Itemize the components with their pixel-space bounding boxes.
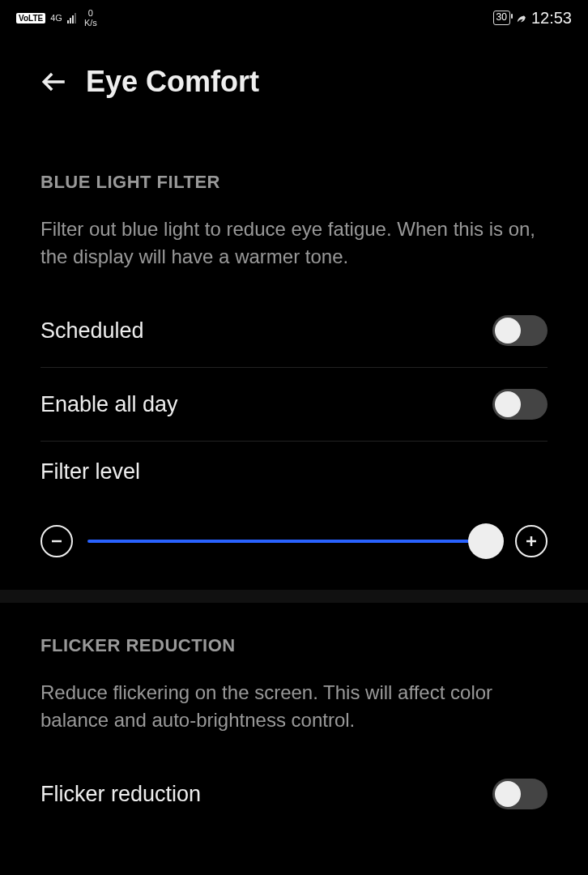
plus-button[interactable] [515, 525, 548, 557]
back-icon[interactable] [40, 68, 68, 96]
plus-icon [524, 534, 539, 548]
slider-thumb[interactable] [468, 523, 504, 559]
signal-icon [67, 12, 76, 23]
blue-light-section-header: BLUE LIGHT FILTER [40, 172, 548, 193]
header: Eye Comfort [0, 32, 588, 115]
flicker-reduction-row[interactable]: Flicker reduction [40, 758, 548, 830]
flicker-description: Reduce flickering on the screen. This wi… [40, 679, 548, 733]
filter-level-row: Filter level [40, 442, 548, 590]
network-type: 4G [50, 13, 62, 23]
filter-level-label: Filter level [40, 459, 548, 484]
section-divider [0, 590, 588, 603]
enable-all-day-toggle[interactable] [492, 389, 548, 420]
flicker-section-header: FLICKER REDUCTION [40, 635, 548, 656]
filter-level-slider[interactable] [87, 540, 501, 543]
page-title: Eye Comfort [86, 65, 259, 99]
battery-indicator: 30 [493, 11, 510, 25]
blue-light-description: Filter out blue light to reduce eye fati… [40, 216, 548, 270]
clock: 12:53 [531, 9, 572, 28]
network-speed: 0 K/s [84, 8, 97, 28]
status-right: 30 12:53 [493, 9, 572, 28]
scheduled-row[interactable]: Scheduled [40, 294, 548, 368]
minus-button[interactable] [40, 525, 73, 557]
status-bar: VoLTE 4G 0 K/s 30 12:53 [0, 0, 588, 32]
flicker-reduction-toggle[interactable] [492, 779, 548, 809]
enable-all-day-label: Enable all day [40, 392, 178, 417]
flicker-reduction-label: Flicker reduction [40, 782, 201, 807]
minus-icon [49, 534, 64, 548]
enable-all-day-row[interactable]: Enable all day [40, 368, 548, 442]
status-left: VoLTE 4G 0 K/s [16, 8, 97, 28]
volte-badge: VoLTE [16, 13, 45, 23]
leaf-icon [515, 12, 526, 23]
scheduled-label: Scheduled [40, 318, 144, 344]
scheduled-toggle[interactable] [492, 315, 548, 346]
